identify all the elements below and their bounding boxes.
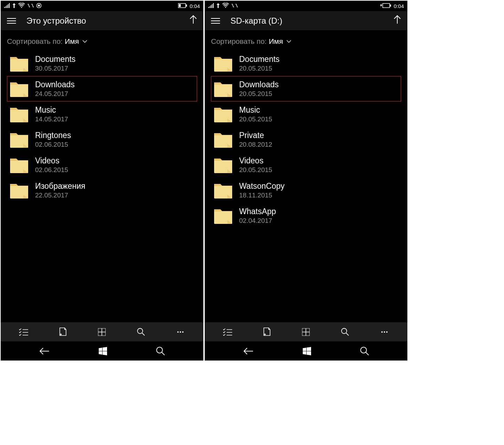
sort-bar[interactable]: Сортировать по: Имя bbox=[1, 30, 203, 51]
nav-search-button[interactable] bbox=[360, 347, 369, 356]
windows-button[interactable] bbox=[99, 347, 107, 355]
chevron-down-icon bbox=[286, 39, 291, 44]
app-bar bbox=[205, 322, 407, 341]
signal-icon bbox=[4, 3, 10, 9]
nav-search-button[interactable] bbox=[156, 347, 165, 356]
folder-date: 02.06.2015 bbox=[35, 166, 68, 174]
folder-icon bbox=[213, 156, 233, 174]
more-button[interactable] bbox=[376, 325, 393, 339]
nav-bar bbox=[1, 341, 203, 361]
folder-list: Documents20.05.2015 Downloads20.05.2015 … bbox=[205, 51, 407, 322]
svg-rect-4 bbox=[179, 4, 181, 7]
battery-icon bbox=[178, 3, 187, 9]
folder-item[interactable]: Documents20.05.2015 bbox=[211, 51, 401, 76]
folder-item[interactable]: Documents30.05.2017 bbox=[7, 51, 197, 76]
folder-meta: Documents20.05.2015 bbox=[239, 55, 279, 72]
status-bar: 0:04 bbox=[205, 1, 407, 11]
folder-date: 22.05.2017 bbox=[35, 192, 86, 199]
folder-name: Documents bbox=[239, 55, 279, 64]
folder-date: 18.11.2015 bbox=[239, 192, 285, 199]
folder-meta: Downloads24.05.2017 bbox=[35, 80, 75, 98]
status-bar: 0:04 bbox=[1, 1, 203, 11]
up-button[interactable] bbox=[189, 15, 197, 26]
folder-name: Videos bbox=[35, 156, 68, 165]
folder-icon bbox=[213, 131, 233, 148]
folder-icon bbox=[9, 106, 29, 123]
folder-list: Documents30.05.2017 Downloads24.05.2017 … bbox=[1, 51, 203, 322]
folder-name: Ringtones bbox=[35, 131, 71, 140]
view-button[interactable] bbox=[93, 325, 111, 339]
up-button[interactable] bbox=[393, 15, 401, 26]
folder-icon bbox=[9, 80, 29, 98]
sort-label: Сортировать по: bbox=[211, 37, 267, 46]
search-button[interactable] bbox=[336, 325, 354, 339]
folder-item[interactable]: Music20.05.2015 bbox=[211, 102, 401, 127]
folder-item[interactable]: Videos02.06.2015 bbox=[7, 152, 197, 178]
folder-date: 20.05.2015 bbox=[239, 115, 272, 123]
new-folder-button[interactable] bbox=[54, 325, 72, 339]
phone-pane-right: 0:04 SD-карта (D:) Сортировать по: Имя D… bbox=[205, 1, 407, 361]
windows-button[interactable] bbox=[303, 347, 311, 355]
folder-name: Music bbox=[239, 105, 272, 115]
folder-date: 20.08.2012 bbox=[239, 141, 272, 148]
folder-item[interactable]: Music14.05.2017 bbox=[7, 102, 197, 127]
folder-date: 20.05.2015 bbox=[239, 166, 272, 174]
folder-name: Videos bbox=[239, 156, 272, 165]
folder-icon bbox=[213, 80, 233, 98]
nav-bar bbox=[205, 341, 407, 361]
app-bar bbox=[1, 322, 203, 341]
folder-icon bbox=[213, 106, 233, 123]
svg-rect-10 bbox=[383, 3, 390, 8]
more-button[interactable] bbox=[172, 325, 189, 339]
sort-label: Сортировать по: bbox=[7, 37, 63, 46]
folder-name: Private bbox=[239, 131, 272, 140]
select-button[interactable] bbox=[15, 325, 32, 339]
folder-item[interactable]: Private20.08.2012 bbox=[211, 127, 401, 152]
folder-meta: Downloads20.05.2015 bbox=[239, 80, 279, 98]
back-button[interactable] bbox=[39, 347, 50, 355]
folder-name: Изображения bbox=[35, 181, 86, 191]
folder-name: Documents bbox=[35, 55, 75, 64]
new-folder-button[interactable] bbox=[258, 325, 276, 339]
folder-meta: Documents30.05.2017 bbox=[35, 55, 75, 72]
folder-item[interactable]: Downloads24.05.2017 bbox=[7, 76, 197, 102]
svg-point-8 bbox=[156, 347, 162, 353]
svg-rect-11 bbox=[390, 5, 391, 7]
svg-point-13 bbox=[342, 328, 347, 333]
wifi-arrow-icon bbox=[217, 3, 220, 9]
header: SD-карта (D:) bbox=[205, 11, 407, 30]
folder-item[interactable]: Videos20.05.2015 bbox=[211, 152, 401, 178]
view-button[interactable] bbox=[297, 325, 315, 339]
svg-point-14 bbox=[360, 347, 366, 353]
svg-point-9 bbox=[225, 7, 226, 8]
folder-item[interactable]: Изображения22.05.2017 bbox=[7, 178, 197, 203]
wifi-icon bbox=[222, 3, 229, 9]
hamburger-menu-button[interactable] bbox=[7, 18, 16, 24]
folder-meta: Music20.05.2015 bbox=[239, 105, 272, 123]
folder-item[interactable]: Downloads20.05.2015 bbox=[211, 76, 401, 102]
folder-meta: Изображения22.05.2017 bbox=[35, 181, 86, 199]
folder-icon bbox=[9, 131, 29, 148]
folder-name: WatsonCopy bbox=[239, 181, 285, 191]
folder-icon bbox=[9, 156, 29, 174]
select-button[interactable] bbox=[219, 325, 236, 339]
folder-date: 24.05.2017 bbox=[35, 90, 75, 98]
folder-item[interactable]: Ringtones02.06.2015 bbox=[7, 127, 197, 152]
hamburger-menu-button[interactable] bbox=[211, 18, 220, 24]
search-button[interactable] bbox=[132, 325, 150, 339]
phone-pane-left: 0:04 Это устройство Сортировать по: Имя … bbox=[1, 1, 203, 361]
folder-meta: WatsonCopy18.11.2015 bbox=[239, 181, 285, 199]
svg-point-0 bbox=[21, 7, 22, 8]
location-circle-icon bbox=[36, 3, 42, 9]
folder-item[interactable]: WhatsApp02.04.2017 bbox=[211, 203, 401, 228]
svg-point-7 bbox=[138, 328, 143, 333]
folder-date: 02.04.2017 bbox=[239, 217, 276, 225]
folder-item[interactable]: WatsonCopy18.11.2015 bbox=[211, 178, 401, 203]
folder-icon bbox=[213, 55, 233, 72]
back-button[interactable] bbox=[243, 347, 254, 355]
svg-rect-5 bbox=[186, 5, 187, 7]
folder-icon bbox=[213, 182, 233, 199]
folder-meta: Videos20.05.2015 bbox=[239, 156, 272, 174]
sort-bar[interactable]: Сортировать по: Имя bbox=[205, 30, 407, 51]
status-time: 0:04 bbox=[190, 3, 200, 9]
